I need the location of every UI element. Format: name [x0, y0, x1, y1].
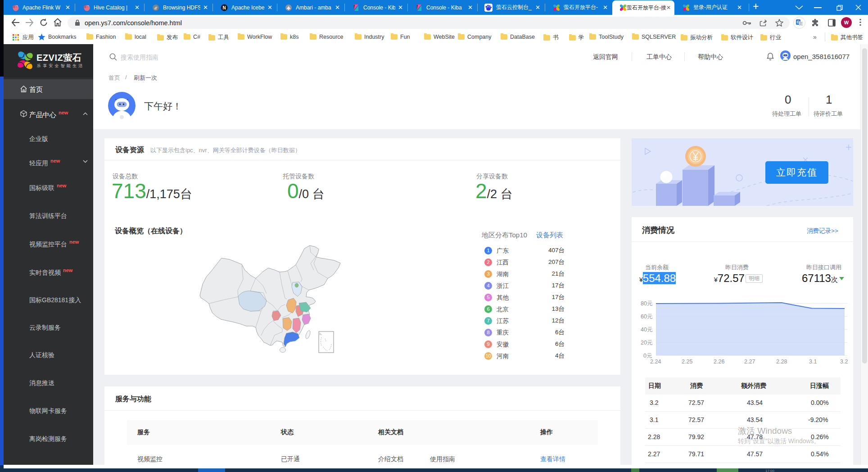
svg-text:文: 文: [800, 22, 803, 25]
svg-text:N: N: [222, 5, 226, 10]
